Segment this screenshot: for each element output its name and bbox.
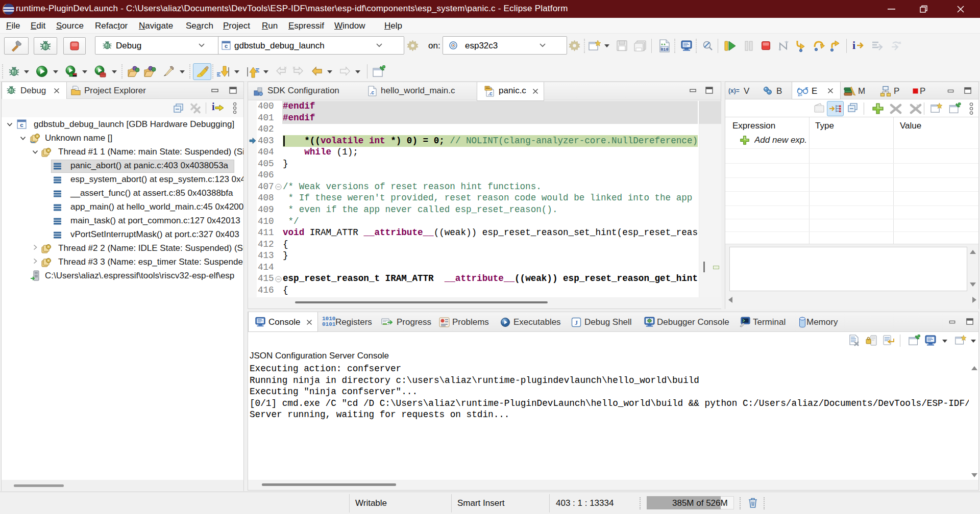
svg-text:010: 010 (661, 47, 669, 52)
svg-text:x=: x= (798, 93, 802, 97)
svg-text:.c: .c (370, 90, 375, 95)
svg-text:c: c (225, 43, 228, 49)
svg-text:J: J (575, 319, 578, 326)
svg-text:c: c (20, 121, 23, 128)
svg-text:...: ... (816, 108, 822, 112)
svg-text:.c: .c (488, 91, 493, 96)
